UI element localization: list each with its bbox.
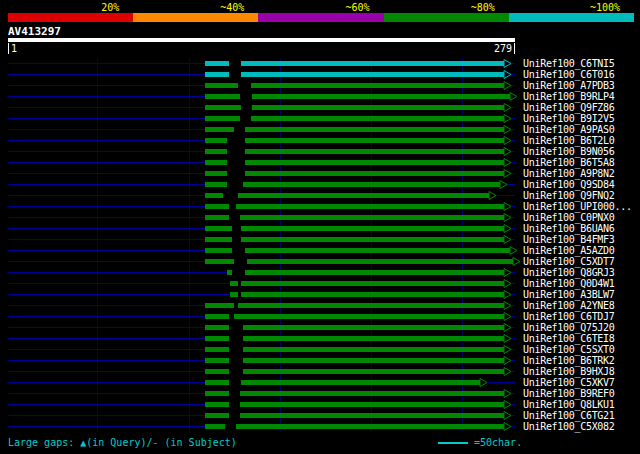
hit-bar[interactable]: [205, 182, 500, 187]
hit-label[interactable]: UniRef100_Q75J20: [523, 322, 615, 333]
hit-label[interactable]: UniRef100_A2YNE8: [523, 300, 615, 311]
hit-label[interactable]: UniRef100_C5XKV7: [523, 377, 615, 388]
hit-track: [8, 355, 515, 366]
hit-bar[interactable]: [205, 116, 504, 121]
arrow-right-icon: [503, 268, 512, 277]
hit-label[interactable]: UniRef100_B6T5A8: [523, 157, 615, 168]
hit-bar[interactable]: [205, 248, 510, 253]
hit-label[interactable]: UniRef100_B6UAN6: [523, 223, 615, 234]
hit-row: UniRef100_UPI000...: [0, 201, 640, 212]
hit-bar[interactable]: [205, 72, 504, 77]
hit-label[interactable]: UniRef100_Q9FZ86: [523, 102, 615, 113]
ruler-end-label: 279: [494, 42, 512, 55]
scale-segment: [8, 13, 133, 22]
hit-track: [8, 124, 515, 135]
hit-bar[interactable]: [230, 292, 504, 297]
hit-label[interactable]: UniRef100_A7PDB3: [523, 80, 615, 91]
hit-row: UniRef100_B9I2V5: [0, 113, 640, 124]
hit-label[interactable]: UniRef100_A3BLW7: [523, 289, 615, 300]
hit-bar[interactable]: [205, 237, 504, 242]
hit-bar[interactable]: [205, 358, 504, 363]
hit-bar[interactable]: [227, 270, 504, 275]
arrow-right-icon: [503, 422, 512, 431]
hit-label[interactable]: UniRef100_A9PAS0: [523, 124, 615, 135]
hit-label[interactable]: UniRef100_Q8GRJ3: [523, 267, 615, 278]
hit-bar[interactable]: [205, 303, 504, 308]
hit-bar[interactable]: [205, 204, 504, 209]
hit-row: UniRef100_A5AZD0: [0, 245, 640, 256]
hit-label[interactable]: UniRef100_B4FMF3: [523, 234, 615, 245]
hit-bar[interactable]: [205, 413, 504, 418]
hit-label[interactable]: UniRef100_C6TNI5: [523, 58, 615, 69]
gap-marker: [225, 423, 236, 430]
hit-label[interactable]: UniRef100_Q9FNQ2: [523, 190, 615, 201]
hit-label[interactable]: UniRef100_C5SXT0: [523, 344, 615, 355]
hit-row: UniRef100_Q8LKU1: [0, 399, 640, 410]
hit-label[interactable]: UniRef100_B9REF0: [523, 388, 615, 399]
hit-bar[interactable]: [205, 259, 513, 264]
gap-marker: [229, 346, 244, 353]
scale-label: ~60%: [258, 2, 383, 13]
hit-label[interactable]: UniRef100_B9N056: [523, 146, 615, 157]
hit-bar[interactable]: [205, 380, 480, 385]
hit-track: [8, 366, 515, 377]
hit-label[interactable]: UniRef100_C5X082: [523, 421, 615, 432]
hit-label[interactable]: UniRef100_A5AZD0: [523, 245, 615, 256]
hit-bar[interactable]: [205, 391, 504, 396]
hit-bar[interactable]: [205, 160, 504, 165]
hit-bar[interactable]: [205, 138, 504, 143]
hit-label[interactable]: UniRef100_B9I2V5: [523, 113, 615, 124]
hit-bar[interactable]: [205, 171, 504, 176]
hit-track: [8, 399, 515, 410]
gap-marker: [232, 236, 241, 243]
hit-bar[interactable]: [205, 105, 504, 110]
hit-label[interactable]: UniRef100_C0PNX0: [523, 212, 615, 223]
hit-label[interactable]: UniRef100_B6TRK2: [523, 355, 615, 366]
hit-row: UniRef100_B6T2L0: [0, 135, 640, 146]
hit-bar[interactable]: [205, 226, 504, 231]
hit-bar[interactable]: [205, 193, 490, 198]
hit-label[interactable]: UniRef100_Q9SD84: [523, 179, 615, 190]
hit-label[interactable]: UniRef100_C6TEI8: [523, 333, 615, 344]
arrow-right-icon: [503, 312, 512, 321]
hit-bar[interactable]: [205, 369, 504, 374]
hit-label[interactable]: UniRef100_B6T2L0: [523, 135, 615, 146]
legend-footer: Large gaps: ▲(in Query)/- (in Subject) =…: [0, 437, 640, 449]
gap-marker: [240, 93, 253, 100]
gap-marker: [238, 291, 242, 298]
hit-label[interactable]: UniRef100_Q0D4W1: [523, 278, 615, 289]
hit-bar[interactable]: [205, 325, 504, 330]
hit-bar[interactable]: [205, 402, 504, 407]
hit-bar[interactable]: [230, 281, 504, 286]
arrow-right-icon: [503, 345, 512, 354]
hit-label[interactable]: UniRef100_C5XDT7: [523, 256, 615, 267]
hit-label[interactable]: UniRef100_B9HXJ8: [523, 366, 615, 377]
hit-label[interactable]: UniRef100_C6TDJ7: [523, 311, 615, 322]
hit-label[interactable]: UniRef100_A9P8N2: [523, 168, 615, 179]
hit-track: [8, 311, 515, 322]
hit-label[interactable]: UniRef100_C6TG21: [523, 410, 615, 421]
hit-bar[interactable]: [205, 347, 504, 352]
hit-track: [8, 377, 515, 388]
hit-bar[interactable]: [205, 314, 504, 319]
scale-label: ~100%: [509, 2, 634, 13]
hit-label[interactable]: UniRef100_Q8LKU1: [523, 399, 615, 410]
gap-marker: [229, 60, 242, 67]
hit-bar[interactable]: [205, 127, 504, 132]
hit-bar[interactable]: [205, 94, 510, 99]
arrow-right-icon: [503, 290, 512, 299]
hit-bar[interactable]: [205, 424, 504, 429]
hit-track: [8, 388, 515, 399]
hit-bar[interactable]: [205, 215, 504, 220]
hit-label[interactable]: UniRef100_UPI000...: [523, 201, 632, 212]
hit-bar[interactable]: [205, 336, 504, 341]
gap-marker: [232, 269, 245, 276]
hit-bar[interactable]: [205, 149, 504, 154]
hit-bar[interactable]: [205, 61, 504, 66]
hit-label[interactable]: UniRef100_B9RLP4: [523, 91, 615, 102]
hit-row: UniRef100_C6T016: [0, 69, 640, 80]
hit-label[interactable]: UniRef100_C6T016: [523, 69, 615, 80]
hit-bar[interactable]: [205, 83, 504, 88]
scale-legend-label: =50char.: [474, 437, 522, 449]
hit-track: [8, 223, 515, 234]
